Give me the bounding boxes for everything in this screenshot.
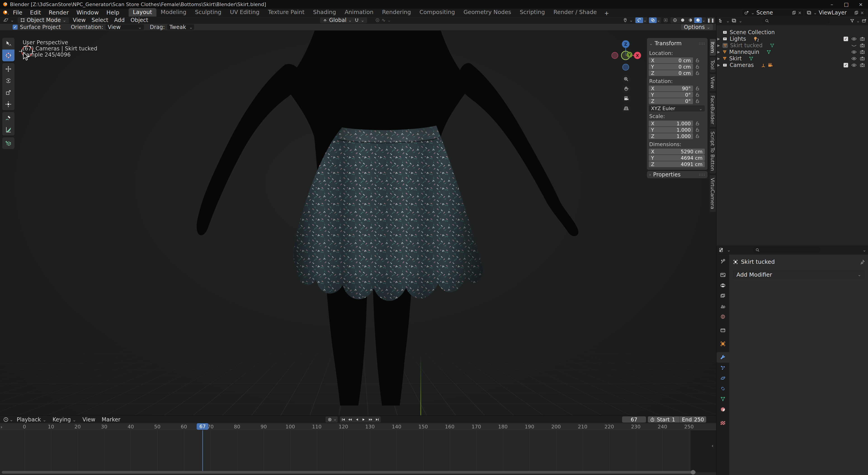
orientation-dropdown[interactable]: View⌄ (105, 24, 144, 30)
rotation-z-field[interactable]: Z0° (649, 98, 693, 104)
tab-world[interactable] (717, 311, 729, 322)
tab-output[interactable] (717, 280, 729, 291)
workspace-tab-layout[interactable]: Layout (129, 8, 156, 17)
end-value[interactable]: 250 (694, 417, 704, 422)
tool-rotate[interactable] (2, 75, 14, 87)
snap-controls[interactable]: ⌄ (352, 17, 367, 23)
lock-icon[interactable] (695, 86, 700, 91)
menu-render[interactable]: Render (45, 9, 72, 16)
render-visibility-camera-icon[interactable] (860, 43, 865, 48)
rotation-x-field[interactable]: X90° (649, 86, 693, 91)
sidebar-tab-script-to-button[interactable]: Script To Button (710, 128, 716, 174)
lock-icon[interactable] (695, 134, 700, 139)
menu-file[interactable]: File (9, 9, 26, 16)
properties-collapsed-panel[interactable]: › Properties :::: (647, 171, 708, 178)
workspace-tab-modeling[interactable]: Modeling (156, 8, 191, 17)
show-gizmo-toggle[interactable] (636, 18, 643, 23)
outliner-filter-mode-icon[interactable] (732, 18, 737, 23)
minimize-button[interactable]: – (825, 0, 839, 8)
zoom-button[interactable] (622, 75, 631, 84)
eye-icon[interactable] (851, 50, 857, 54)
tab-view-layer[interactable] (717, 291, 729, 301)
render-pause-button[interactable]: ❚❚ (707, 18, 715, 23)
shading-rendered-button[interactable] (694, 18, 702, 23)
dimensions-x-field[interactable]: X5290 cm (649, 149, 705, 154)
timeline-menu-keying[interactable]: Keying ⌄ (50, 416, 79, 423)
shading-material-button[interactable] (686, 18, 694, 23)
chevron-down-icon[interactable]: ⌄ (702, 18, 706, 23)
viewport-menu-select[interactable]: Select (89, 17, 111, 23)
menu-edit[interactable]: Edit (26, 9, 45, 16)
workspace-tab-texture-paint[interactable]: Texture Paint (264, 8, 309, 17)
lock-icon[interactable] (695, 58, 700, 63)
tool-select-tweak[interactable] (2, 38, 14, 50)
mode-selector[interactable]: Object Mode ⌄ (18, 17, 69, 23)
workspace-tab-animation[interactable]: Animation (340, 8, 378, 17)
navigation-gizmo[interactable]: Z Y X (608, 33, 647, 137)
drag-dropdown[interactable]: Tweak⌄ (167, 24, 194, 30)
tool-move[interactable] (2, 63, 14, 75)
outliner-search-input[interactable] (762, 18, 830, 24)
workspace-tab-shading[interactable]: Shading (309, 8, 340, 17)
playhead-line[interactable] (202, 430, 203, 472)
tab-scene[interactable] (717, 301, 729, 311)
pan-button[interactable] (622, 84, 631, 93)
tab-object-data[interactable] (717, 394, 729, 404)
collection-checkbox[interactable]: ✓ (844, 37, 848, 41)
render-visibility-camera-icon[interactable] (860, 37, 865, 41)
scale-y-field[interactable]: Y1.000 (649, 127, 693, 133)
maximize-button[interactable]: □ (839, 0, 854, 8)
menu-help[interactable]: Help (103, 9, 123, 16)
lock-icon[interactable] (695, 127, 700, 132)
axis-gizmo[interactable]: Z Y X (608, 33, 647, 71)
add-workspace-button[interactable]: + (601, 10, 612, 17)
chevron-down-icon[interactable]: ⌄ (863, 247, 866, 253)
blender-menu-icon[interactable] (2, 10, 9, 15)
render-visibility-camera-icon[interactable] (860, 56, 865, 61)
new-collection-icon[interactable] (862, 18, 867, 23)
prev-keyframe-button[interactable] (347, 416, 353, 422)
timeline-ruler[interactable]: ›010203040506070809010011012013014015016… (0, 423, 716, 430)
start-value[interactable]: 1 (672, 417, 675, 422)
options-button[interactable]: Options⌄ (681, 24, 713, 30)
location-z-field[interactable]: Z0 cm (649, 70, 693, 76)
disclosure-triangle-icon[interactable]: ▶ (717, 50, 721, 54)
scale-z-field[interactable]: Z1.000 (649, 133, 693, 139)
tool-add-cube[interactable] (2, 137, 14, 149)
menu-window[interactable]: Window (72, 9, 103, 16)
location-y-field[interactable]: Y0 cm (649, 64, 693, 70)
tab-object[interactable] (717, 338, 729, 349)
workspace-tab-rendering[interactable]: Rendering (378, 8, 415, 17)
jump-to-start-button[interactable] (340, 416, 347, 422)
editor-type-button[interactable]: ⌄ (0, 17, 17, 23)
close-button[interactable]: × (854, 0, 868, 8)
scale-x-field[interactable]: X1.000 (649, 121, 693, 126)
workspace-tab-scripting[interactable]: Scripting (515, 8, 549, 17)
workspace-tab-uv-editing[interactable]: UV Editing (225, 8, 264, 17)
lock-icon[interactable] (695, 64, 700, 69)
surface-project-checkbox[interactable]: ✓ (13, 25, 18, 30)
timeline-menu-playback[interactable]: Playback ⌄ (14, 416, 49, 423)
viewport-menu-add[interactable]: Add (111, 17, 127, 23)
timeline-scrollbar[interactable] (2, 471, 696, 474)
workspace-tab-sculpting[interactable]: Sculpting (191, 8, 226, 17)
render-visibility-camera-icon[interactable] (860, 50, 865, 54)
properties-editor-icon[interactable] (719, 247, 725, 253)
camera-view-button[interactable] (622, 94, 631, 103)
chevron-down-icon[interactable]: ⌄ (739, 18, 742, 23)
workspace-tab-geometry-nodes[interactable]: Geometry Nodes (459, 8, 516, 17)
chevron-down-icon[interactable]: ⌄ (856, 18, 860, 23)
dimensions-y-field[interactable]: Y4694 cm (649, 155, 705, 161)
region-collapse-icon[interactable]: ‹ (712, 443, 714, 448)
workspace-tab-compositing[interactable]: Compositing (415, 8, 459, 17)
sidebar-tab-item[interactable]: Item (710, 39, 716, 56)
outliner-row-lights[interactable]: ▶ Lights 2 ✓ (717, 35, 868, 42)
scene-selector[interactable]: ⌄ Scene × (742, 9, 803, 16)
outliner-row-mannequin[interactable]: ▶ Mannequin (717, 49, 868, 55)
tool-scale[interactable] (2, 87, 14, 98)
outliner-display-mode-icon[interactable] (718, 18, 724, 23)
play-reverse-button[interactable] (353, 416, 360, 422)
rotation-mode-dropdown[interactable]: XYZ Euler⌄ (649, 106, 705, 112)
outliner-row-cameras[interactable]: ▶ Cameras ✓ (717, 62, 868, 68)
region-expand-icon[interactable]: › (0, 424, 2, 430)
